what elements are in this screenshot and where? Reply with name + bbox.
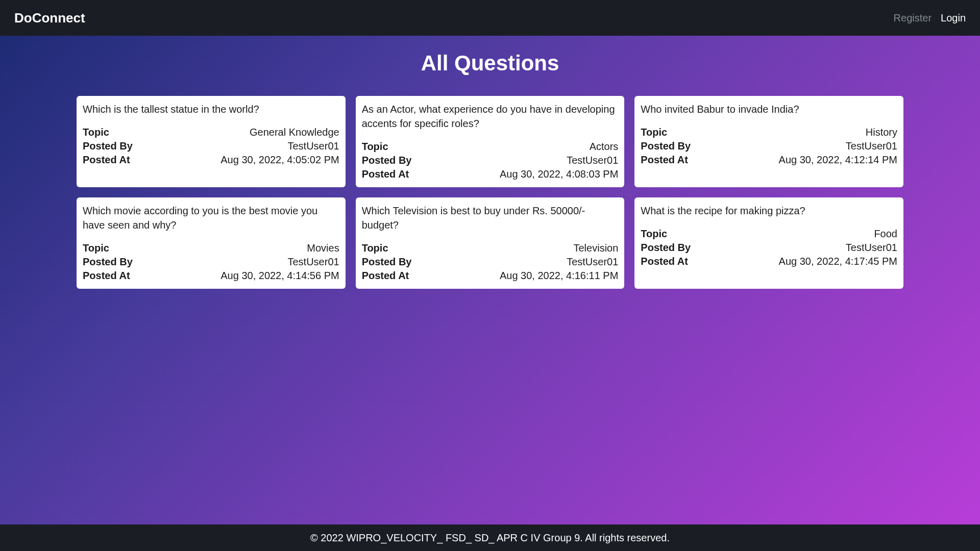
question-card[interactable]: Which is the tallest statue in the world…: [77, 96, 346, 187]
meta-row-posted-by: Posted By TestUser01: [641, 140, 897, 152]
question-card[interactable]: As an Actor, what experience do you have…: [356, 96, 625, 187]
topic-value: Food: [874, 228, 897, 240]
posted-by-label: Posted By: [641, 242, 691, 254]
topic-label: Topic: [641, 127, 667, 138]
topic-label: Topic: [362, 242, 388, 254]
meta-row-topic: Topic Actors: [362, 141, 619, 153]
topic-value: General Knowledge: [250, 127, 339, 138]
card-meta: Topic Actors Posted By TestUser01 Posted…: [362, 141, 619, 180]
card-meta: Topic Movies Posted By TestUser01 Posted…: [83, 242, 339, 282]
posted-at-label: Posted At: [83, 154, 130, 166]
posted-by-value: TestUser01: [288, 140, 339, 152]
question-text: Which movie according to you is the best…: [83, 204, 339, 232]
meta-row-posted-at: Posted At Aug 30, 2022, 4:08:03 PM: [362, 168, 619, 180]
topic-label: Topic: [641, 228, 667, 240]
posted-by-value: TestUser01: [846, 140, 897, 152]
card-meta: Topic Food Posted By TestUser01 Posted A…: [641, 228, 897, 267]
posted-at-value: Aug 30, 2022, 4:14:56 PM: [220, 270, 339, 282]
topic-label: Topic: [362, 141, 388, 153]
navbar: DoConnect Register Login: [0, 0, 980, 36]
posted-at-value: Aug 30, 2022, 4:17:45 PM: [779, 256, 897, 267]
question-card[interactable]: Which Television is best to buy under Rs…: [356, 197, 625, 289]
card-meta: Topic Television Posted By TestUser01 Po…: [362, 242, 619, 282]
posted-at-label: Posted At: [641, 154, 688, 166]
question-text: As an Actor, what experience do you have…: [362, 102, 619, 131]
meta-row-posted-by: Posted By TestUser01: [641, 242, 897, 254]
meta-row-topic: Topic General Knowledge: [83, 127, 339, 138]
question-text: Which Television is best to buy under Rs…: [362, 204, 619, 232]
meta-row-topic: Topic Television: [362, 242, 619, 254]
posted-at-label: Posted At: [83, 270, 130, 282]
posted-at-value: Aug 30, 2022, 4:16:11 PM: [500, 270, 618, 282]
login-link[interactable]: Login: [941, 12, 966, 24]
footer: © 2022 WIPRO_VELOCITY_ FSD_ SD_ APR C IV…: [0, 524, 980, 551]
posted-by-label: Posted By: [83, 140, 133, 152]
posted-at-value: Aug 30, 2022, 4:08:03 PM: [500, 168, 618, 180]
posted-by-label: Posted By: [362, 256, 412, 268]
card-meta: Topic History Posted By TestUser01 Poste…: [641, 127, 897, 166]
meta-row-posted-by: Posted By TestUser01: [362, 155, 619, 166]
nav-links: Register Login: [894, 12, 966, 24]
meta-row-posted-at: Posted At Aug 30, 2022, 4:16:11 PM: [362, 270, 619, 282]
footer-text: © 2022 WIPRO_VELOCITY_ FSD_ SD_ APR C IV…: [310, 532, 670, 544]
question-card[interactable]: Which movie according to you is the best…: [77, 197, 346, 289]
topic-label: Topic: [83, 242, 109, 254]
meta-row-posted-by: Posted By TestUser01: [362, 256, 619, 268]
question-text: What is the recipe for making pizza?: [641, 204, 897, 218]
main-content: All Questions Which is the tallest statu…: [0, 36, 980, 524]
posted-at-label: Posted At: [641, 256, 688, 267]
posted-at-label: Posted At: [362, 270, 409, 282]
meta-row-posted-at: Posted At Aug 30, 2022, 4:14:56 PM: [83, 270, 339, 282]
meta-row-posted-at: Posted At Aug 30, 2022, 4:05:02 PM: [83, 154, 339, 166]
topic-value: Movies: [307, 242, 339, 254]
topic-value: Actors: [590, 141, 619, 153]
card-meta: Topic General Knowledge Posted By TestUs…: [83, 127, 339, 166]
brand-logo[interactable]: DoConnect: [14, 10, 85, 26]
question-text: Which is the tallest statue in the world…: [83, 102, 339, 116]
meta-row-posted-by: Posted By TestUser01: [83, 140, 339, 152]
meta-row-topic: Topic Food: [641, 228, 897, 240]
question-text: Who invited Babur to invade India?: [641, 102, 897, 116]
meta-row-posted-by: Posted By TestUser01: [83, 256, 339, 268]
question-card[interactable]: What is the recipe for making pizza? Top…: [634, 197, 903, 289]
posted-at-value: Aug 30, 2022, 4:12:14 PM: [779, 154, 897, 166]
meta-row-topic: Topic Movies: [83, 242, 339, 254]
topic-value: History: [866, 127, 897, 138]
posted-at-value: Aug 30, 2022, 4:05:02 PM: [220, 154, 339, 166]
posted-by-label: Posted By: [83, 256, 133, 268]
meta-row-posted-at: Posted At Aug 30, 2022, 4:17:45 PM: [641, 256, 897, 267]
meta-row-topic: Topic History: [641, 127, 897, 138]
posted-by-label: Posted By: [641, 140, 691, 152]
topic-value: Television: [574, 242, 619, 254]
posted-by-value: TestUser01: [288, 256, 339, 268]
posted-by-value: TestUser01: [567, 155, 618, 166]
posted-by-value: TestUser01: [567, 256, 618, 268]
posted-at-label: Posted At: [362, 168, 409, 180]
question-card[interactable]: Who invited Babur to invade India? Topic…: [634, 96, 903, 187]
topic-label: Topic: [83, 127, 109, 138]
posted-by-value: TestUser01: [846, 242, 897, 254]
posted-by-label: Posted By: [362, 155, 412, 166]
cards-container: Which is the tallest statue in the world…: [66, 96, 914, 289]
meta-row-posted-at: Posted At Aug 30, 2022, 4:12:14 PM: [641, 154, 897, 166]
register-link[interactable]: Register: [894, 12, 932, 24]
page-title: All Questions: [0, 51, 980, 76]
